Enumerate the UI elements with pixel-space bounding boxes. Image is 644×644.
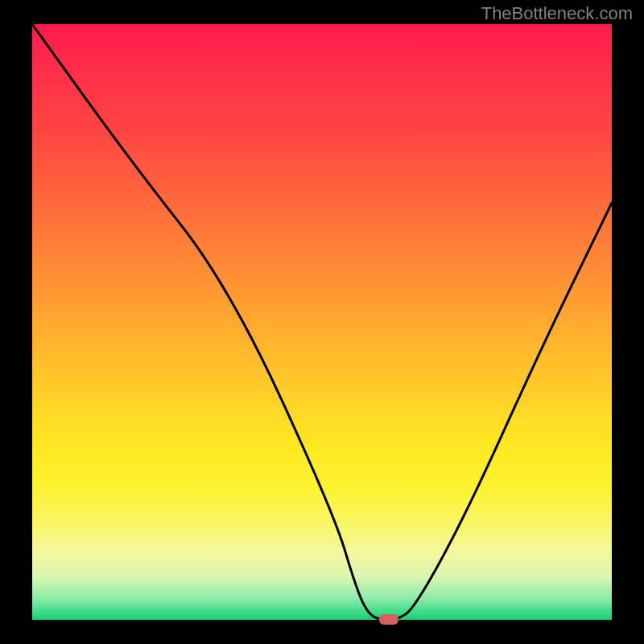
optimal-marker <box>379 614 398 625</box>
watermark-text: TheBottleneck.com <box>481 3 633 24</box>
background-gradient <box>32 24 612 620</box>
plot-area <box>32 24 612 620</box>
chart-container: TheBottleneck.com <box>0 0 644 644</box>
